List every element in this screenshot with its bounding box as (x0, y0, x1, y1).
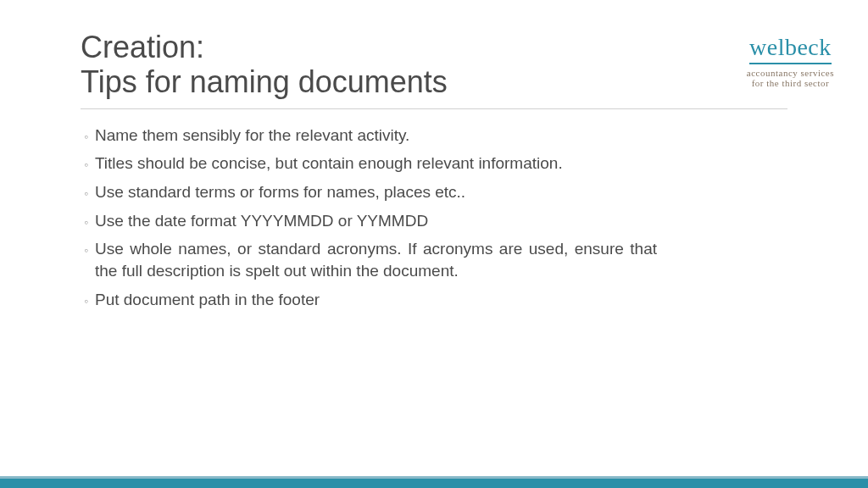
header-row: Creation: Tips for naming documents welb… (81, 30, 787, 100)
bullet-text: Use whole names, or standard acronyms. I… (95, 238, 657, 281)
footer-bar (0, 476, 868, 488)
bullet-text: Put document path in the footer (95, 289, 657, 311)
bullet-icon: ◦ (84, 186, 88, 202)
title-divider (81, 108, 787, 109)
bullet-text: Name them sensibly for the relevant acti… (95, 125, 657, 147)
bullet-icon: ◦ (84, 242, 88, 258)
bullet-text: Use standard terms or forms for names, p… (95, 181, 657, 203)
bullet-text: Titles should be concise, but contain en… (95, 152, 657, 175)
list-item: ◦ Put document path in the footer (81, 289, 657, 311)
bullet-icon: ◦ (84, 157, 88, 173)
list-item: ◦ Use standard terms or forms for names,… (81, 181, 657, 203)
list-item: ◦ Use the date format YYYYMMDD or YYMMDD (81, 210, 657, 232)
slide-container: Creation: Tips for naming documents welb… (0, 0, 868, 488)
title-line-1: Creation: (81, 30, 747, 64)
logo-name: welbeck (749, 34, 832, 64)
title-line-2: Tips for naming documents (81, 64, 747, 99)
list-item: ◦ Name them sensibly for the relevant ac… (81, 125, 657, 147)
bullet-icon: ◦ (84, 293, 88, 309)
list-item: ◦ Use whole names, or standard acronyms.… (81, 238, 657, 281)
bullet-text: Use the date format YYYYMMDD or YYMMDD (95, 210, 657, 232)
title-block: Creation: Tips for naming documents (81, 30, 747, 100)
logo-tagline-2: for the third sector (747, 78, 834, 88)
bullet-icon: ◦ (84, 129, 88, 145)
logo-tagline-1: accountancy services (747, 68, 834, 78)
bullet-icon: ◦ (84, 214, 88, 230)
content-area: ◦ Name them sensibly for the relevant ac… (81, 125, 657, 310)
logo: welbeck accountancy services for the thi… (747, 34, 834, 88)
list-item: ◦ Titles should be concise, but contain … (81, 152, 657, 175)
